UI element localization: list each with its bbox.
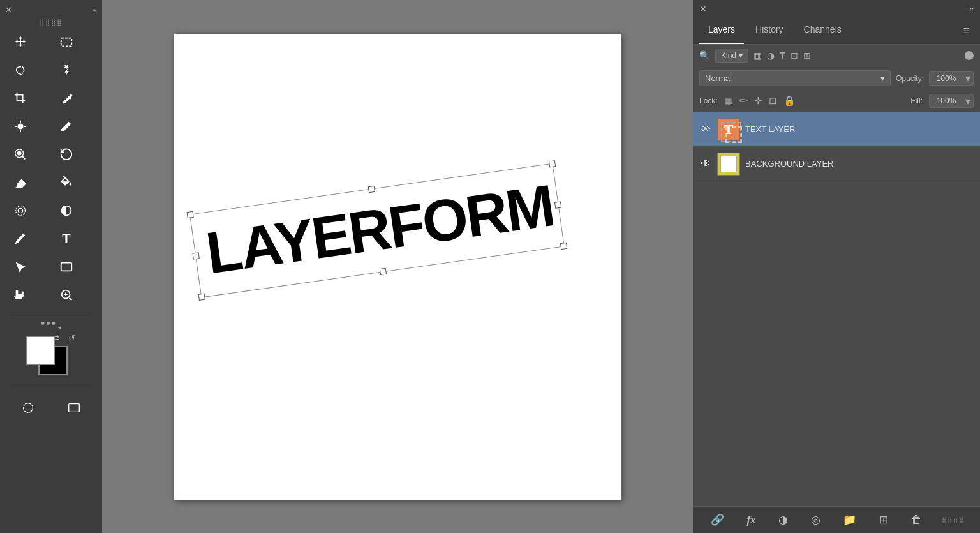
layer-name-bg: BACKGROUND LAYER (745, 159, 833, 169)
layer-item-text[interactable]: 👁 T TEXT LAYER (693, 112, 980, 147)
footer-grip: ⣿⣿⣿⣿ (942, 516, 965, 523)
rectangle-tool[interactable] (51, 253, 82, 281)
panel-menu-btn[interactable]: ≡ (959, 18, 974, 44)
svg-rect-6 (61, 263, 72, 271)
quick-mask-tool[interactable] (13, 394, 43, 422)
svg-rect-9 (69, 404, 80, 412)
panel-tabs: Layers History Channels ≡ (693, 18, 980, 45)
kind-dropdown[interactable]: Kind ▾ (715, 49, 748, 63)
layer-item-background[interactable]: 👁 BACKGROUND LAYER (693, 147, 980, 181)
more-tools-icon[interactable]: ••• (41, 317, 57, 331)
panel-footer: 🔗 fx ◑ ◎ 📁 ⊞ 🗑 ⣿⣿⣿⣿ (693, 506, 980, 533)
svg-point-1 (17, 123, 23, 129)
color-reset-icon[interactable]: ↺ (68, 333, 75, 343)
handle-ml[interactable] (193, 252, 200, 259)
handle-bl[interactable] (198, 294, 205, 301)
layers-panel: ✕ « Layers History Channels ≡ 🔍 Kind ▾ ▦… (693, 0, 980, 533)
handle-tl[interactable] (186, 211, 193, 218)
toolbar-divider-2 (10, 386, 92, 386)
lock-all-icon[interactable]: 🔒 (783, 95, 796, 107)
handle-tc[interactable] (368, 186, 375, 193)
lock-artboard-icon[interactable]: ⊡ (769, 95, 777, 107)
left-toolbar: ✕ « ⣿⣿⣿⣿ (0, 0, 102, 533)
canvas-text[interactable]: LAYERFORM (203, 176, 557, 282)
layer-styles-btn[interactable]: fx (744, 513, 758, 528)
opacity-value[interactable]: 100% (930, 72, 963, 85)
layer-thumb-bg (717, 153, 740, 176)
clone-tool[interactable] (5, 140, 36, 169)
link-layers-btn[interactable]: 🔗 (708, 512, 727, 528)
color-swatches: ↺ ⇄ (26, 336, 77, 380)
handle-br[interactable] (560, 243, 567, 250)
blur-tool[interactable] (5, 197, 36, 225)
lock-position-icon[interactable]: ✛ (754, 95, 762, 107)
filter-adjustment-icon[interactable]: ◑ (767, 50, 775, 61)
panel-close-btn[interactable]: ✕ (699, 4, 707, 14)
new-layer-btn[interactable]: ⊞ (877, 512, 891, 528)
layer-name-text: TEXT LAYER (745, 124, 795, 134)
filter-smartobj-icon[interactable]: ⊞ (803, 50, 811, 61)
blend-row: Normal ▾ Opacity: 100% ▾ (693, 66, 980, 90)
svg-rect-0 (61, 38, 72, 47)
hand-tool[interactable] (5, 281, 36, 309)
tab-layers[interactable]: Layers (699, 18, 744, 44)
panel-collapse-btn[interactable]: « (969, 4, 974, 14)
svg-point-3 (17, 151, 21, 155)
toolbar-collapse-icon[interactable]: « (93, 5, 97, 15)
canvas-area: LAYERFORM (102, 0, 693, 533)
path-select-tool[interactable] (5, 253, 36, 281)
toolbar-close-icon[interactable]: ✕ (5, 5, 12, 15)
text-selection-wrapper: LAYERFORM (205, 200, 554, 259)
lock-label: Lock: (699, 96, 718, 105)
move-tool[interactable] (5, 28, 36, 56)
lock-transparent-icon[interactable]: ▦ (724, 95, 733, 107)
filter-type-icon[interactable]: T (780, 50, 785, 61)
handle-bc[interactable] (379, 268, 386, 275)
filter-pixel-icon[interactable]: ▦ (754, 50, 762, 61)
lock-row: Lock: ▦ ✏ ✛ ⊡ 🔒 Fill: 100% ▾ (693, 90, 980, 112)
svg-point-4 (16, 206, 26, 216)
pen-tool[interactable] (5, 225, 36, 253)
fill-value[interactable]: 100% (930, 94, 963, 107)
crop-tool[interactable] (5, 84, 36, 112)
magic-wand-tool[interactable] (51, 56, 82, 84)
tab-history[interactable]: History (746, 18, 792, 44)
layer-thumb-text: T (717, 118, 740, 141)
type-tool[interactable]: T (51, 225, 82, 253)
handle-mr[interactable] (554, 202, 561, 209)
fill-arrow[interactable]: ▾ (963, 95, 973, 107)
opacity-arrow[interactable]: ▾ (963, 72, 973, 84)
delete-layer-btn[interactable]: 🗑 (909, 513, 924, 528)
filter-shape-icon[interactable]: ⊡ (791, 50, 798, 61)
layer-visibility-bg[interactable]: 👁 (699, 158, 712, 170)
dodge-tool[interactable] (51, 197, 82, 225)
search-icon: 🔍 (699, 50, 710, 61)
tab-channels[interactable]: Channels (795, 18, 850, 44)
fill-label: Fill: (910, 96, 923, 105)
history-brush-tool[interactable] (51, 140, 82, 169)
healing-tool[interactable] (5, 112, 36, 140)
toolbar-grip: ⣿⣿⣿⣿ (40, 17, 63, 28)
lasso-tool[interactable] (5, 56, 36, 84)
foreground-color[interactable] (26, 336, 55, 365)
paint-bucket-tool[interactable] (51, 169, 82, 197)
screen-mode-tool[interactable] (59, 394, 89, 422)
filter-icons: ▦ ◑ T ⊡ ⊞ (754, 50, 811, 61)
layer-visibility-text[interactable]: 👁 (699, 124, 712, 135)
new-adjustment-btn[interactable]: ◎ (808, 512, 823, 528)
svg-point-8 (24, 403, 33, 413)
marquee-rect-tool[interactable] (51, 28, 82, 56)
zoom-tool[interactable] (51, 281, 82, 309)
tool-grid: T (0, 28, 102, 309)
blend-mode-dropdown[interactable]: Normal ▾ (699, 70, 891, 86)
filter-active-dot (965, 51, 974, 60)
svg-point-5 (18, 208, 22, 213)
new-group-btn[interactable]: 📁 (840, 512, 859, 528)
brush-tool[interactable] (51, 112, 82, 140)
eraser-tool[interactable] (5, 169, 36, 197)
canvas-document: LAYERFORM (174, 34, 621, 500)
handle-tr[interactable] (549, 160, 556, 167)
lock-pixels-icon[interactable]: ✏ (739, 95, 748, 107)
add-mask-btn[interactable]: ◑ (776, 512, 791, 528)
eyedropper-tool[interactable] (51, 84, 82, 112)
